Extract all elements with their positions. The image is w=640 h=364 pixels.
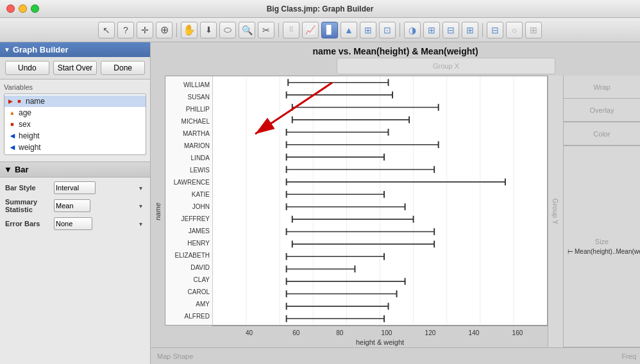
variable-item-weight[interactable]: ◀ weight <box>4 142 146 153</box>
move-button[interactable]: ⊕ <box>156 22 173 38</box>
bar-style-select[interactable]: Interval Error Bar <box>54 181 96 194</box>
done-button[interactable]: Done <box>101 61 145 75</box>
wrap-label: Wrap <box>593 83 610 91</box>
name-label-jeffrey: JEFFREY <box>165 213 212 225</box>
name-label-alfred: ALFRED <box>165 311 212 322</box>
pie-chart-button[interactable]: ◑ <box>404 22 421 38</box>
bar-marion <box>287 141 439 148</box>
bar-lewis <box>287 166 435 173</box>
bar-martha <box>287 129 389 136</box>
name-label-martha: MARTHA <box>165 128 212 140</box>
bar-william <box>288 79 388 86</box>
bar-henry <box>292 241 434 248</box>
main-content: ▼ Graph Builder Undo Start Over Done Var… <box>0 42 640 364</box>
error-bars-select[interactable]: None Std Dev Std Err <box>54 217 92 230</box>
color-drop-zone[interactable]: Color <box>564 122 640 145</box>
summary-statistic-select[interactable]: Mean Median Sum <box>54 199 90 212</box>
settings-button[interactable]: ○ <box>506 22 523 38</box>
bar-james <box>287 228 435 235</box>
line-chart-button[interactable]: 📈 <box>302 22 319 38</box>
continuous-icon-age: ▲ <box>8 109 16 117</box>
size-range-text: Mean(height)..Mean(weight) <box>575 248 640 255</box>
extra-button[interactable]: ⊞ <box>525 22 542 38</box>
continuous-icon-weight: ◀ <box>8 144 16 151</box>
lasso-button[interactable]: ⬭ <box>219 22 236 38</box>
hand-tool-button[interactable]: ✋ <box>181 22 198 38</box>
pointer-tool-button[interactable]: ↖ <box>98 22 115 38</box>
toolbar-separator-3 <box>400 23 400 37</box>
multi-chart-button[interactable]: ⊞ <box>462 22 478 38</box>
bar-jeffrey <box>292 216 414 223</box>
name-label-amy: AMY <box>165 299 212 310</box>
wrap-drop-zone[interactable]: Wrap <box>564 76 640 99</box>
y-label-container: name <box>151 76 165 347</box>
toolbar-separator-2 <box>278 23 279 37</box>
name-label-katie: KATIE <box>165 189 212 201</box>
close-button[interactable] <box>6 4 15 13</box>
group-y-label: Group Y <box>552 199 560 225</box>
continuous-icon-height: ◀ <box>8 132 16 140</box>
grid-button[interactable]: ⊟ <box>442 22 459 38</box>
area-chart-button[interactable]: ▲ <box>341 22 357 38</box>
size-label: Size <box>595 238 609 245</box>
start-over-button[interactable]: Start Over <box>53 61 97 75</box>
color-label: Color <box>593 130 610 138</box>
window-controls[interactable] <box>6 4 39 13</box>
chart-plot[interactable]: WILLIAM SUSAN PHILLIP MICHAEL MARTHA MAR… <box>165 76 548 326</box>
table-button[interactable]: ⊟ <box>487 22 503 38</box>
size-range-icon: ⊢ <box>568 248 573 255</box>
name-label-phillip: PHILLIP <box>165 104 212 115</box>
name-label-henry: HENRY <box>165 238 212 249</box>
variable-item-height[interactable]: ◀ height <box>4 130 146 142</box>
bar-section: ▼ Bar Bar Style Interval Error Bar Summa… <box>0 161 150 234</box>
bar-chart-button[interactable]: ▊ <box>321 22 338 38</box>
histogram-button[interactable]: ⊞ <box>360 22 376 38</box>
group-x-drop-zone[interactable]: Group X <box>337 58 555 74</box>
graph-body: name WILLIAM SUSAN PHILLIP MICHAEL MARTH… <box>151 76 640 347</box>
error-bars-row: Error Bars None Std Dev Std Err <box>5 217 145 230</box>
svg-text:60: 60 <box>292 329 300 336</box>
undo-button[interactable]: Undo <box>5 61 49 75</box>
variable-item-age[interactable]: ▲ age <box>4 107 146 119</box>
help-button[interactable]: ? <box>117 22 134 38</box>
download-button[interactable]: ⬇ <box>200 22 217 38</box>
group-y-drop-zone[interactable]: Group Y <box>548 76 563 347</box>
toolbar-separator-4 <box>482 23 483 37</box>
name-label-susan: SUSAN <box>165 92 212 103</box>
collapse-triangle[interactable]: ▼ <box>4 46 10 53</box>
variables-label: Variables <box>4 83 146 91</box>
box-plot-button[interactable]: ⊡ <box>379 22 396 38</box>
nominal-icon-sex: ■ <box>8 120 16 128</box>
variables-list: ▶ ■ name ▲ age ■ sex ◀ height ◀ <box>4 94 146 155</box>
bar-elizabeth <box>287 253 384 260</box>
map-shape-label: Map Shape <box>151 352 199 360</box>
bar-collapse-triangle[interactable]: ▼ <box>4 165 12 174</box>
maximize-button[interactable] <box>31 4 39 13</box>
error-bars-label: Error Bars <box>5 220 50 228</box>
window-title: Big Class.jmp: Graph Builder <box>267 4 374 13</box>
cut-button[interactable]: ✂ <box>258 22 274 38</box>
bar-style-label: Bar Style <box>5 184 50 192</box>
svg-text:80: 80 <box>336 329 344 336</box>
variable-item-sex[interactable]: ■ sex <box>4 119 146 130</box>
toolbar: ↖ ? ✛ ⊕ ✋ ⬇ ⬭ 🔍 ✂ ⠿ 📈 ▊ ▲ ⊞ ⊡ ◑ ⊞ ⊟ ⊞ ⊟ … <box>0 18 640 42</box>
bars-svg <box>213 76 547 325</box>
freq-label: Freq <box>618 352 640 360</box>
bar-controls: Bar Style Interval Error Bar SummaryStat… <box>0 178 150 234</box>
minimize-button[interactable] <box>19 4 27 13</box>
graph-area: name vs. Mean(height) & Mean(weight) Gro… <box>151 42 640 347</box>
variables-section: Variables ▶ ■ name ▲ age ■ sex ◀ height <box>0 79 150 159</box>
scatter-plot-button[interactable]: ⠿ <box>283 22 299 38</box>
overlay-drop-zone[interactable]: Overlay <box>564 99 640 122</box>
zoom-button[interactable]: 🔍 <box>239 22 255 38</box>
treemap-button[interactable]: ⊞ <box>423 22 440 38</box>
bar-susan <box>287 92 392 99</box>
svg-text:120: 120 <box>425 329 436 336</box>
crosshair-button[interactable]: ✛ <box>137 22 153 38</box>
left-panel: ▼ Graph Builder Undo Start Over Done Var… <box>0 42 151 364</box>
size-drop-zone[interactable]: Size ⊢ Mean(height)..Mean(weight) <box>564 146 640 347</box>
panel-title: Graph Builder <box>13 45 69 54</box>
right-panels: Wrap Overlay Color Size ⊢ Mean(heig <box>563 76 640 347</box>
variable-item-name[interactable]: ▶ ■ name <box>4 95 146 107</box>
summary-statistic-row: SummaryStatistic Mean Median Sum <box>5 198 145 213</box>
